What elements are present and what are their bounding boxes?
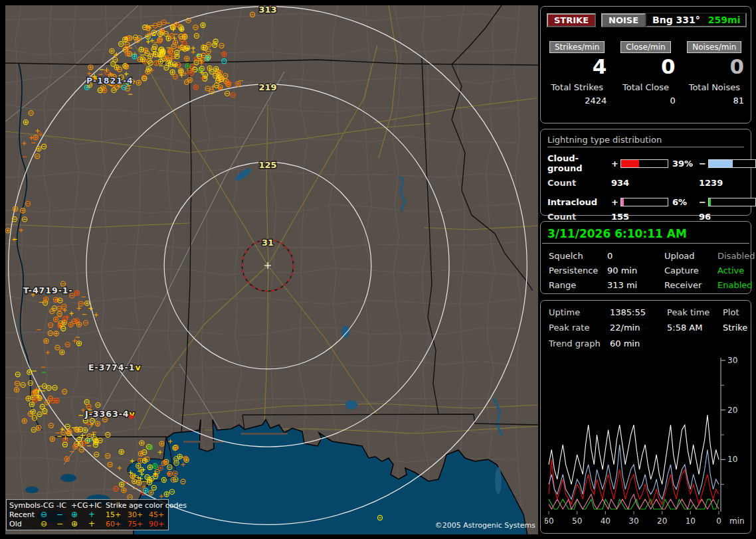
total-noises-label: Total Noises	[685, 82, 744, 92]
strikes-counter: Strikes/min 4 Total Strikes 2424	[547, 41, 607, 106]
uptime-label: Uptime	[549, 307, 610, 317]
noises-rate: 0	[685, 55, 744, 78]
age-90: 90+	[149, 520, 167, 528]
datetime-panel: 3/11/2026 6:10:11 AM Squelch 0 Upload Di…	[540, 221, 751, 294]
track-label: P-1821-4	[86, 76, 134, 86]
ring-label: 313	[258, 5, 276, 15]
persistence-value: 90 min	[607, 266, 664, 275]
age-75: 75+	[128, 520, 149, 528]
trend-series-CG-	[549, 445, 719, 499]
cg-pos-old-icon: ⊕	[71, 520, 88, 528]
uptime-value: 1385:55	[610, 307, 667, 317]
svg-text:10: 10	[686, 516, 696, 526]
peak-rate-label: Peak rate	[549, 323, 610, 333]
lake	[345, 400, 357, 410]
close-counter: Close/min 0 Total Close 0	[616, 41, 675, 106]
age-60: 60+	[106, 520, 128, 528]
lake	[341, 326, 349, 338]
track-label: E-3774-1v	[88, 362, 142, 372]
legend-header-cgpos: +CG	[71, 501, 88, 510]
cg-neg-old-icon: ⊖	[41, 520, 56, 528]
svg-text:30: 30	[628, 516, 638, 526]
strikes-per-min-badge: Strikes/min	[549, 41, 605, 53]
receiver-label: Receiver	[664, 280, 717, 290]
legend-row-recent-label: Recent	[9, 510, 41, 519]
barrier-island	[241, 433, 288, 435]
close-per-min-badge: Close/min	[620, 41, 670, 53]
total-close-label: Total Close	[616, 82, 675, 92]
bearing-distance: 259mi	[708, 15, 741, 25]
cg-pos-pct: 39%	[668, 159, 699, 169]
peak-time-label: Peak time	[667, 307, 723, 317]
range-label: Range	[549, 280, 607, 290]
total-strikes-label: Total Strikes	[547, 82, 607, 92]
noises-counter: Noises/min 0 Total Noises 81	[685, 41, 744, 106]
ring-label: 31	[262, 238, 274, 248]
lightning-map[interactable]: 31321912531	[5, 5, 538, 534]
legend-row-old-label: Old	[9, 520, 41, 528]
age-15: 15+	[106, 510, 128, 519]
ic-pos-old-icon: +	[88, 520, 106, 528]
trend-chart: 1020306050403020100min	[545, 355, 748, 529]
age-30: 30+	[128, 510, 149, 519]
trend-graph-label: Trend graph	[549, 339, 610, 348]
intracloud-row: Intracloud + 6% − 4%	[547, 197, 744, 207]
strikes-rate: 4	[547, 55, 607, 78]
cg-neg-recent-icon: ⊖	[41, 510, 56, 519]
ic-neg-old-icon: −	[56, 520, 71, 528]
map-legend: Symbols -CG -IC +CG +IC Strike age color…	[6, 499, 169, 530]
ic-neg-bar	[708, 198, 756, 206]
upload-status: Disabled	[717, 251, 755, 261]
count-label: Count	[547, 178, 611, 188]
ring-label: 125	[258, 160, 276, 170]
barrier-island	[183, 441, 223, 443]
peak-rate-value: 22/min	[610, 323, 667, 333]
noise-mode-button[interactable]: NOISE	[601, 13, 646, 27]
capture-status: Active	[717, 266, 755, 275]
distribution-panel: Lightning type distribution Cloud-ground…	[540, 129, 751, 216]
svg-text:50: 50	[572, 516, 582, 526]
trend-series-IC+	[549, 495, 719, 509]
ring-label: 219	[258, 82, 276, 92]
intracloud-label: Intracloud	[547, 197, 611, 207]
total-strikes-value: 2424	[547, 96, 607, 106]
map-canvas: 31321912531	[5, 5, 538, 534]
distribution-title: Lightning type distribution	[547, 135, 744, 147]
total-noises-value: 81	[685, 96, 744, 106]
persistence-label: Persistence	[549, 266, 607, 275]
squelch-value: 0	[607, 251, 664, 261]
trend-graph-value: 60 min	[610, 339, 667, 348]
close-rate: 0	[616, 55, 675, 78]
capture-label: Capture	[664, 266, 717, 275]
stats-panel: Uptime 1385:55 Peak time Plot Peak rate …	[540, 300, 751, 534]
ic-pos-pct: 6%	[668, 197, 699, 207]
svg-text:20: 20	[727, 406, 737, 415]
upload-label: Upload	[664, 251, 717, 261]
datetime-display: 3/11/2026 6:10:11 AM	[547, 227, 744, 240]
svg-text:30: 30	[727, 356, 737, 365]
plus-sign: +	[611, 159, 620, 169]
squelch-label: Squelch	[549, 251, 607, 261]
divider	[542, 243, 749, 244]
plus-sign: +	[611, 197, 620, 207]
plot-label: Plot	[723, 307, 747, 317]
ic-pos-recent-icon: +	[88, 510, 106, 519]
copyright-text: ©2005 Astrogenic Systems	[435, 521, 535, 530]
range-value: 313 mi	[607, 280, 664, 290]
bearing-value: Bng 331°	[652, 15, 700, 25]
minus-sign: −	[699, 197, 708, 207]
cg-neg-bar	[708, 159, 756, 168]
svg-text:10: 10	[727, 455, 737, 464]
intracloud-counts: Count 155 96	[547, 212, 744, 222]
legend-header-cgneg: -CG	[41, 501, 56, 510]
track-label: T-4719-1-	[23, 285, 73, 295]
noises-per-min-badge: Noises/min	[687, 41, 741, 53]
total-close-value: 0	[616, 96, 675, 106]
bearing-readout: Bng 331° 259mi	[646, 13, 747, 27]
track-label: J-3363-4v	[84, 409, 136, 419]
peak-time-value: 5:58 AM	[667, 323, 723, 333]
legend-header-symbols: Symbols	[9, 501, 41, 510]
plot-value: Strike	[723, 323, 747, 333]
receiver-status: Enabled	[717, 280, 755, 290]
strike-mode-button[interactable]: STRIKE	[547, 13, 596, 27]
